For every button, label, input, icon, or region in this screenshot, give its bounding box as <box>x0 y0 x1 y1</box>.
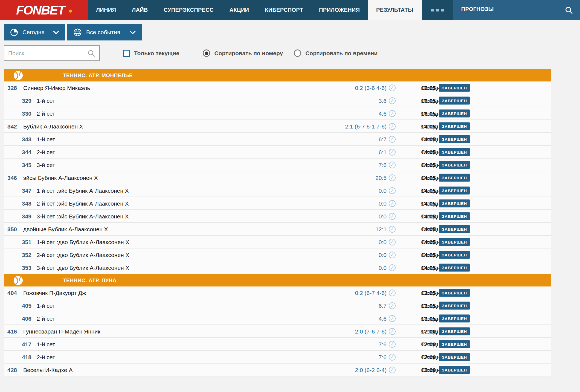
event-name: 3-й сет <box>37 159 55 171</box>
status-badge: ЗАВЕРШЕН <box>439 174 470 182</box>
search-icon[interactable] <box>88 49 95 57</box>
event-time: Сегодня в 14:05 <box>421 171 436 184</box>
clock-icon <box>388 264 396 271</box>
result-row-351[interactable]: 351 1-й сет :дво Бублик А-Лааксонен Х 0:… <box>4 236 551 248</box>
result-row-416[interactable]: 416 Гуннесваран П-Маден Янник 2:0 (7-6 7… <box>4 325 551 338</box>
checkbox-icon[interactable] <box>123 50 130 57</box>
result-row-406[interactable]: 406 2-й сет 4:6 Сегодня в 13:05 ЗАВЕРШЕН <box>4 312 551 325</box>
status-badge: ЗАВЕРШЕН <box>439 135 470 143</box>
status-badge: ЗАВЕРШЕН <box>439 327 470 335</box>
event-time: Сегодня в 14:05 <box>421 261 436 274</box>
result-row-428[interactable]: 428 Веселы И-Кадхе А 2:0 (6-2 6-4) Сегод… <box>4 364 551 376</box>
result-row-344[interactable]: 344 2-й сет 6:1 Сегодня в 14:05 ЗАВЕРШЕН <box>4 146 551 159</box>
status-badge: ЗАВЕРШЕН <box>439 314 470 322</box>
event-time: Сегодня в 14:05 <box>421 236 436 248</box>
event-name: 3-й сет :дво Бублик А-Лааксонен Х <box>37 261 129 274</box>
event-time: Сегодня в 14:05 <box>421 184 436 197</box>
event-name: Синнер Я-Имер Микаэль <box>23 81 90 94</box>
result-row-348[interactable]: 348 2-й сет :эйс Бублик А-Лааксонен Х 0:… <box>4 197 551 210</box>
event-score: 0:0 <box>379 197 387 210</box>
result-row-345[interactable]: 345 3-й сет 7:6 Сегодня в 14:05 ЗАВЕРШЕН <box>4 159 551 171</box>
event-name: 1-й сет <box>37 299 55 312</box>
clock-icon <box>388 315 396 322</box>
event-time: Сегодня в 14:05 <box>421 120 436 133</box>
logo[interactable]: FONBET <box>0 0 88 20</box>
result-row-349[interactable]: 349 3-й сет :эйс Бублик А-Лааксонен Х 0:… <box>4 210 551 223</box>
event-time: Сегодня в 16:05 <box>421 81 436 94</box>
event-name: 3-й сет :эйс Бублик А-Лааксонен Х <box>37 210 129 223</box>
event-name: 2-й сет :дво Бублик А-Лааксонен Х <box>37 248 129 261</box>
clock-icon <box>388 366 396 374</box>
status-badge: ЗАВЕРШЕН <box>439 84 470 92</box>
status-badge: ЗАВЕРШЕН <box>439 148 470 156</box>
result-row-330[interactable]: 330 2-й сет 4:6 Сегодня в 16:05 ЗАВЕРШЕН <box>4 107 551 120</box>
nav-more-button[interactable] <box>422 0 453 20</box>
status-badge: ЗАВЕРШЕН <box>439 251 470 259</box>
event-name: 1-й сет <box>37 133 55 146</box>
result-row-418[interactable]: 418 2-й сет 7:6 Сегодня в 17:00 ЗАВЕРШЕН <box>4 351 551 364</box>
clock-icon <box>388 161 396 169</box>
nav-item-forecasts[interactable]: ПРОГНОЗЫ <box>461 6 494 14</box>
clock-icon <box>388 200 396 207</box>
event-number: 416 <box>7 325 17 338</box>
result-row-404[interactable]: 404 Гожовчик П-Дакуорт Дж 0:2 (6-7 4-6) … <box>4 286 551 299</box>
status-badge: ЗАВЕРШЕН <box>439 264 470 271</box>
result-row-343[interactable]: 343 1-й сет 6:7 Сегодня в 14:05 ЗАВЕРШЕН <box>4 133 551 146</box>
search-icon[interactable] <box>565 6 573 14</box>
chevron-down-icon <box>53 31 59 34</box>
result-row-405[interactable]: 405 1-й сет 6:7 Сегодня в 13:05 ЗАВЕРШЕН <box>4 299 551 312</box>
status-badge: ЗАВЕРШЕН <box>439 225 470 233</box>
result-row-353[interactable]: 353 3-й сет :дво Бублик А-Лааксонен Х 0:… <box>4 261 551 274</box>
date-filter-dropdown[interactable]: Сегодня <box>4 24 65 40</box>
status-badge: ЗАВЕРШЕН <box>439 238 470 246</box>
events-filter-dropdown[interactable]: Все события <box>67 24 142 40</box>
nav-item-2[interactable]: СУПЕРЭКСПРЕСС <box>156 0 222 20</box>
sort-by-time-radio[interactable]: Сортировать по времени <box>294 49 378 57</box>
result-row-347[interactable]: 347 1-й сет :эйс Бублик А-Лааксонен Х 0:… <box>4 184 551 197</box>
clock-icon <box>388 174 396 182</box>
section-title: ТЕННИС. АТР. МОНПЕЛЬЕ <box>63 72 133 78</box>
nav-item-5[interactable]: ПРИЛОЖЕНИЯ <box>311 0 368 20</box>
tennis-ball-icon <box>13 275 24 286</box>
top-navbar: FONBET ЛИНИЯЛАЙВСУПЕРЭКСПРЕССАКЦИИКИБЕРС… <box>0 0 580 20</box>
event-time: Сегодня в 17:00 <box>421 338 436 351</box>
tab-results-active[interactable]: РЕЗУЛЬТАТЫ <box>368 0 422 20</box>
event-number: 406 <box>22 312 31 325</box>
sort-by-number-radio[interactable]: Сортировать по номеру <box>203 49 283 57</box>
result-row-342[interactable]: 342 Бублик А-Лааксонен Х 2:1 (6-7 6-1 7-… <box>4 120 551 133</box>
clock-icon <box>388 136 396 143</box>
nav-item-0[interactable]: ЛИНИЯ <box>88 0 124 20</box>
nav-item-4[interactable]: КИБЕРСПОРТ <box>257 0 311 20</box>
event-score: 0:2 (3-6 4-6) <box>355 81 387 94</box>
event-score: 4:6 <box>379 107 387 120</box>
result-row-346[interactable]: 346 эйсы Бублик А-Лааксонен Х 20:5 Сегод… <box>4 171 551 184</box>
event-score: 12:1 <box>375 223 387 236</box>
events-filter-label: Все события <box>86 29 120 36</box>
status-badge: ЗАВЕРШЕН <box>439 212 470 220</box>
event-time: Сегодня в 14:05 <box>421 223 436 236</box>
result-row-328[interactable]: 328 Синнер Я-Имер Микаэль 0:2 (3-6 4-6) … <box>4 81 551 94</box>
event-number: 343 <box>22 133 31 146</box>
nav-item-1[interactable]: ЛАЙВ <box>124 0 156 20</box>
event-score: 7:6 <box>379 159 387 171</box>
radio-selected-icon[interactable] <box>203 49 210 57</box>
event-name: Гуннесваран П-Маден Янник <box>23 325 100 338</box>
radio-icon[interactable] <box>294 49 301 57</box>
event-number: 352 <box>22 248 31 261</box>
chevron-down-icon <box>130 31 136 34</box>
result-row-329[interactable]: 329 1-й сет 3:6 Сегодня в 16:05 ЗАВЕРШЕН <box>4 94 551 107</box>
logo-dot-icon <box>69 10 72 13</box>
event-time: Сегодня в 14:05 <box>421 146 436 159</box>
result-row-417[interactable]: 417 1-й сет 7:6 Сегодня в 17:00 ЗАВЕРШЕН <box>4 338 551 351</box>
result-row-350[interactable]: 350 двойные Бублик А-Лааксонен Х 12:1 Се… <box>4 223 551 236</box>
result-row-352[interactable]: 352 2-й сет :дво Бублик А-Лааксонен Х 0:… <box>4 248 551 261</box>
sort-by-number-label: Сортировать по номеру <box>214 50 283 57</box>
clock-icon <box>388 148 396 156</box>
nav-item-3[interactable]: АКЦИИ <box>222 0 257 20</box>
event-time: Сегодня в 14:05 <box>421 133 436 146</box>
event-score: 0:0 <box>379 261 387 274</box>
only-current-checkbox[interactable]: Только текущие <box>123 50 179 57</box>
section-title: ТЕННИС. АТР. ПУНА <box>63 277 117 283</box>
event-time: Сегодня в 16:05 <box>421 107 436 120</box>
search-input[interactable] <box>8 50 88 57</box>
